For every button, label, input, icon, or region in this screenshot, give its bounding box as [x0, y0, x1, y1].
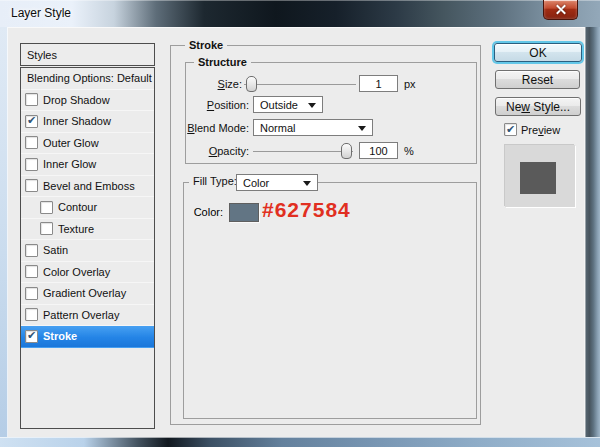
- check-icon: ✔: [506, 124, 515, 135]
- preview-label: Preview: [521, 124, 560, 136]
- position-value: Outside: [260, 99, 298, 111]
- style-row-label: Drop Shadow: [43, 94, 110, 106]
- close-button[interactable]: [543, 0, 578, 20]
- styles-item-color-overlay[interactable]: Color Overlay: [21, 262, 154, 284]
- dialog-body: Styles Blending Options: Default Drop Sh…: [8, 27, 584, 437]
- styles-panel-header: Styles: [20, 43, 155, 66]
- style-row-label: Pattern Overlay: [43, 309, 119, 321]
- style-preview-thumbnail: [505, 145, 575, 207]
- blend-mode-dropdown[interactable]: Normal: [253, 119, 373, 136]
- styles-item-pattern-overlay[interactable]: Pattern Overlay: [21, 305, 154, 327]
- fill-type-label: Fill Type:: [189, 175, 241, 188]
- style-row-label: Texture: [58, 223, 94, 235]
- size-row: Size: px: [186, 75, 478, 93]
- blend-mode-label: Blend Mode:: [186, 122, 249, 134]
- opacity-slider-track[interactable]: [253, 151, 353, 152]
- style-row-label: Gradient Overlay: [43, 287, 126, 299]
- reset-button[interactable]: Reset: [495, 70, 580, 89]
- style-checkbox[interactable]: [25, 136, 38, 149]
- style-row-label: Satin: [43, 244, 68, 256]
- blend-mode-value: Normal: [260, 122, 295, 134]
- close-icon: [556, 4, 566, 14]
- window-border-right: [584, 27, 600, 437]
- styles-list: Blending Options: Default Drop Shadow ✔ …: [20, 67, 155, 429]
- style-checkbox[interactable]: [40, 222, 53, 235]
- style-row-label: Color Overlay: [43, 266, 110, 278]
- style-row-label: Contour: [58, 201, 97, 213]
- layer-style-dialog: Layer Style Styles Blending Options: Def…: [0, 0, 600, 447]
- styles-item-outer-glow[interactable]: Outer Glow: [21, 133, 154, 155]
- style-checkbox[interactable]: [40, 201, 53, 214]
- styles-item-bevel-and-emboss[interactable]: Bevel and Emboss: [21, 176, 154, 198]
- opacity-label: Opacity:: [186, 145, 249, 157]
- styles-item-texture[interactable]: Texture: [21, 219, 154, 241]
- position-label: Position:: [186, 99, 249, 111]
- size-input[interactable]: [359, 75, 398, 92]
- check-icon: ✔: [27, 330, 36, 341]
- preview-checkbox-row[interactable]: ✔ Preview: [504, 123, 560, 136]
- styles-item-inner-glow[interactable]: Inner Glow: [21, 154, 154, 176]
- color-swatch[interactable]: [229, 203, 259, 222]
- opacity-input[interactable]: [359, 142, 398, 159]
- style-row-label: Blending Options: Default: [27, 72, 152, 84]
- size-unit: px: [404, 78, 416, 90]
- new-style-button[interactable]: New Style...: [495, 97, 581, 116]
- size-slider-track[interactable]: [244, 84, 356, 85]
- style-checkbox[interactable]: [25, 287, 38, 300]
- structure-group-box: Structure Size: px Position: Outside Ble…: [185, 62, 477, 164]
- styles-item-blending-options-default[interactable]: Blending Options: Default: [21, 68, 154, 90]
- ok-button[interactable]: OK: [494, 43, 582, 62]
- styles-item-stroke[interactable]: ✔ Stroke: [21, 326, 154, 348]
- style-row-label: Stroke: [43, 330, 77, 342]
- window-border-bottom: [0, 437, 600, 447]
- opacity-slider-thumb[interactable]: [341, 143, 352, 159]
- color-label: Color:: [184, 206, 223, 218]
- styles-item-gradient-overlay[interactable]: Gradient Overlay: [21, 283, 154, 305]
- color-hex-annotation: #627584: [262, 198, 351, 222]
- style-preview-swatch: [520, 162, 556, 194]
- window-border-left: [0, 27, 8, 437]
- structure-group-title: Structure: [194, 56, 251, 69]
- style-checkbox[interactable]: ✔: [25, 115, 38, 128]
- blend-mode-row: Blend Mode: Normal: [186, 119, 478, 137]
- check-icon: ✔: [27, 115, 36, 126]
- chevron-down-icon: [303, 181, 311, 186]
- style-row-label: Outer Glow: [43, 137, 99, 149]
- style-row-label: Inner Glow: [43, 158, 96, 170]
- position-dropdown[interactable]: Outside: [253, 96, 323, 113]
- stroke-group-title: Stroke: [185, 39, 227, 52]
- styles-item-contour[interactable]: Contour: [21, 197, 154, 219]
- style-row-label: Inner Shadow: [43, 115, 111, 127]
- fill-type-value: Color: [243, 177, 269, 189]
- style-checkbox[interactable]: [25, 244, 38, 257]
- chevron-down-icon: [308, 103, 316, 108]
- style-checkbox[interactable]: ✔: [25, 330, 38, 343]
- styles-item-satin[interactable]: Satin: [21, 240, 154, 262]
- fill-type-dropdown[interactable]: Color: [236, 174, 318, 191]
- window-title: Layer Style: [11, 6, 71, 20]
- style-checkbox[interactable]: [25, 179, 38, 192]
- size-slider-thumb[interactable]: [246, 76, 257, 92]
- fill-type-group-box: Fill Type: Color Color: #627584: [183, 182, 477, 419]
- style-checkbox[interactable]: [25, 158, 38, 171]
- style-row-label: Bevel and Emboss: [43, 180, 135, 192]
- opacity-unit: %: [404, 145, 414, 157]
- chevron-down-icon: [358, 126, 366, 131]
- preview-checkbox[interactable]: ✔: [504, 123, 517, 136]
- style-checkbox[interactable]: [25, 308, 38, 321]
- title-bar[interactable]: Layer Style: [0, 0, 600, 27]
- size-label: Size:: [186, 78, 242, 90]
- style-checkbox[interactable]: [25, 93, 38, 106]
- style-checkbox[interactable]: [25, 265, 38, 278]
- styles-item-drop-shadow[interactable]: Drop Shadow: [21, 90, 154, 112]
- styles-item-inner-shadow[interactable]: ✔ Inner Shadow: [21, 111, 154, 133]
- position-row: Position: Outside: [186, 96, 478, 114]
- opacity-row: Opacity: %: [186, 142, 478, 160]
